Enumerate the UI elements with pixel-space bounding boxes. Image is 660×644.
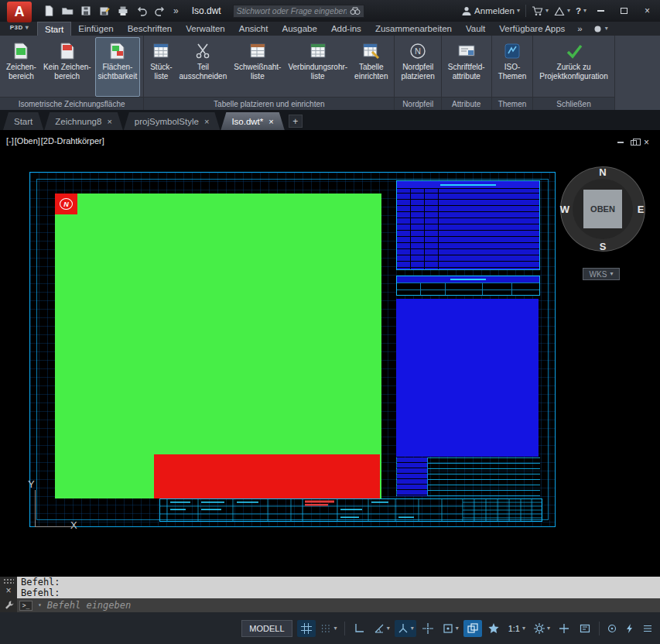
- plot-button[interactable]: [115, 3, 131, 19]
- selection-cycling-button[interactable]: [463, 620, 482, 637]
- command-input-row[interactable]: >_ ▾ Befehl eingeben: [17, 598, 660, 612]
- ribbon-tab-vault[interactable]: Vault: [459, 22, 492, 36]
- ribbon-tabs-overflow-button[interactable]: »: [572, 22, 587, 36]
- ribbon-tab-ausgabe[interactable]: Ausgabe: [275, 22, 323, 36]
- customization-button[interactable]: [640, 621, 655, 636]
- redo-button[interactable]: [152, 3, 168, 19]
- isometric-drafting-button[interactable]: ▾: [395, 620, 416, 637]
- snap-mode-button[interactable]: ▾: [318, 620, 340, 637]
- palette-grip-handle[interactable]: [3, 578, 14, 584]
- viewcube-north[interactable]: N: [599, 166, 606, 178]
- autodesk-apps-button[interactable]: ▾: [554, 6, 570, 16]
- spool-list-button[interactable]: Verbindungsrohr- liste: [285, 37, 351, 97]
- drawing-canvas[interactable]: [-] [Oben] [2D-Drahtkörper] × N: [0, 130, 660, 577]
- viewcube-top-face[interactable]: OBEN: [583, 190, 622, 228]
- ribbon-tab-ansicht[interactable]: Ansicht: [232, 22, 275, 36]
- chevron-down-icon[interactable]: ▾: [334, 625, 337, 632]
- window-maximize-button[interactable]: [615, 3, 633, 19]
- document-close-icon[interactable]: ×: [644, 138, 649, 147]
- close-icon[interactable]: ×: [268, 117, 273, 126]
- open-file-button[interactable]: [59, 3, 75, 19]
- save-as-icon: [98, 5, 111, 17]
- chevron-down-icon[interactable]: ▾: [38, 602, 42, 608]
- document-restore-icon[interactable]: [631, 140, 637, 146]
- quick-access-more-button[interactable]: »: [170, 5, 182, 16]
- model-space-button[interactable]: MODELL: [241, 620, 292, 637]
- store-button[interactable]: ▾: [532, 5, 549, 16]
- back-to-project-config-button[interactable]: Zurück zu Projektkonfiguration: [536, 37, 610, 97]
- window-minimize-button[interactable]: [592, 3, 610, 19]
- viewport-menu-control[interactable]: [-]: [6, 136, 14, 146]
- wcs-button[interactable]: WKS ▾: [583, 268, 620, 280]
- clean-screen-button[interactable]: [576, 620, 594, 637]
- ribbon-tab-einfuegen[interactable]: Einfügen: [71, 22, 120, 36]
- new-file-button[interactable]: [40, 3, 56, 19]
- save-as-button[interactable]: [96, 3, 112, 19]
- cut-part-button[interactable]: Teil ausschneiden: [176, 37, 231, 97]
- bom-list-button[interactable]: Stück- liste: [147, 37, 175, 97]
- bom-table-icon: [151, 41, 171, 61]
- annotation-scale-control[interactable]: 1:1▾: [505, 624, 528, 633]
- file-tab-projsymbolstyle[interactable]: projSymbolStyle×: [124, 112, 221, 130]
- binoculars-search-icon[interactable]: [350, 6, 361, 15]
- ribbon-tab-addins[interactable]: Add-ins: [324, 22, 368, 36]
- polar-tracking-button[interactable]: ▾: [371, 620, 392, 637]
- panel-title: Attribute: [442, 97, 491, 110]
- palette-close-icon[interactable]: ×: [5, 586, 11, 595]
- graphics-performance-button[interactable]: [622, 621, 638, 636]
- chevron-down-icon[interactable]: ▾: [547, 625, 550, 632]
- grid-display-button[interactable]: [297, 620, 316, 637]
- viewcube[interactable]: N W E S OBEN: [557, 163, 648, 255]
- weld-list-button[interactable]: Schweißnaht- liste: [231, 37, 284, 97]
- command-history[interactable]: Befehl: Befehl:: [17, 577, 660, 598]
- chevron-down-icon[interactable]: ▾: [411, 625, 414, 632]
- close-icon[interactable]: ×: [107, 117, 111, 126]
- viewport-visual-style-control[interactable]: [2D-Drahtkörper]: [41, 136, 104, 146]
- file-tab-iso-dwt[interactable]: Iso.dwt*×: [221, 112, 284, 130]
- window-close-button[interactable]: ×: [638, 3, 656, 19]
- annotation-add-button[interactable]: [555, 620, 573, 637]
- workspace-settings-button[interactable]: ▾: [531, 620, 552, 637]
- ribbon-tab-zusammenarbeiten[interactable]: Zusammenarbeiten: [368, 22, 459, 36]
- ribbon-display-toggle[interactable]: ▾: [588, 22, 614, 36]
- chevron-down-icon[interactable]: ▾: [387, 625, 390, 632]
- help-button[interactable]: ? ▾: [576, 6, 586, 15]
- button-label: Teil ausschneiden: [180, 63, 227, 81]
- customize-wrench-icon[interactable]: [4, 600, 14, 610]
- osnap-tracking-button[interactable]: [419, 620, 437, 637]
- panel-title: Themen: [492, 97, 533, 110]
- viewport-view-control[interactable]: [Oben]: [15, 136, 40, 146]
- close-icon[interactable]: ×: [204, 117, 209, 126]
- ribbon-tab-beschriften[interactable]: Beschriften: [121, 22, 180, 36]
- new-tab-button[interactable]: +: [289, 115, 303, 128]
- iso-themes-button[interactable]: ISO- Themen: [495, 37, 530, 97]
- panel-title: Isometrische Zeichnungsfläche: [0, 97, 143, 110]
- sign-in-control[interactable]: Anmelden ▾: [461, 5, 520, 16]
- ribbon-tab-verfuegbare-apps[interactable]: Verfügbare Apps: [492, 22, 572, 36]
- ortho-mode-button[interactable]: [350, 620, 368, 637]
- undo-button[interactable]: [133, 3, 149, 19]
- viewcube-east[interactable]: E: [638, 204, 645, 215]
- file-tab-start[interactable]: Start: [3, 112, 43, 130]
- search-input[interactable]: [237, 6, 347, 15]
- draw-area-button[interactable]: Zeichen- bereich: [3, 37, 39, 97]
- object-snap-button[interactable]: ▾: [439, 620, 461, 637]
- area-visibility-button[interactable]: Flächen- sichtbarkeit: [95, 37, 141, 97]
- cart-icon: [532, 5, 543, 16]
- titleblock-attributes-button[interactable]: Schriftfeld- attribute: [445, 37, 488, 97]
- ribbon-tab-start[interactable]: Start: [37, 22, 71, 36]
- application-menu-button[interactable]: A P3D▾: [2, 2, 36, 35]
- place-north-arrow-button[interactable]: N Nordpfeil platzieren: [398, 37, 437, 97]
- no-draw-area-button[interactable]: Kein Zeichen- bereich: [40, 37, 94, 97]
- document-minimize-icon[interactable]: [617, 142, 624, 143]
- annotation-visibility-button[interactable]: [484, 620, 503, 637]
- viewcube-south[interactable]: S: [600, 241, 607, 252]
- isolate-objects-button[interactable]: [604, 621, 620, 636]
- table-setup-button[interactable]: Tabelle einrichten: [351, 37, 391, 97]
- file-tab-zeichnung8[interactable]: Zeichnung8×: [44, 112, 123, 130]
- ribbon-tab-verwalten[interactable]: Verwalten: [179, 22, 232, 36]
- save-button[interactable]: [77, 3, 94, 19]
- command-prompt-icon[interactable]: >_: [19, 601, 32, 611]
- chevron-down-icon[interactable]: ▾: [456, 625, 459, 632]
- viewcube-west[interactable]: W: [560, 204, 569, 215]
